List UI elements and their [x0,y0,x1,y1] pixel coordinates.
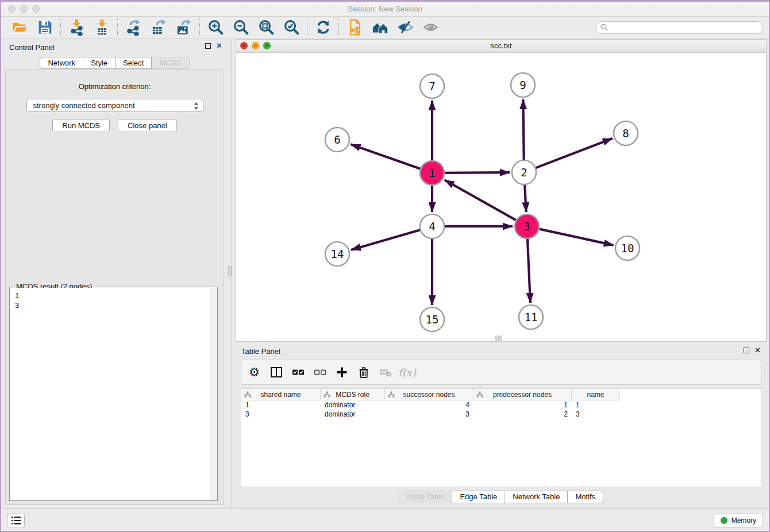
cell-predecessor-nodes[interactable]: 1 [473,400,572,410]
network-maximize-button[interactable]: + [263,42,271,49]
search-input[interactable] [608,24,758,32]
export-table-button[interactable] [146,18,171,37]
network-close-button[interactable]: ✕ [240,42,248,49]
graph-node-3[interactable]: 3 [515,214,539,238]
network-resize-grip[interactable] [495,336,502,341]
table-tab-node-table[interactable]: Node Table [399,491,453,503]
table-toolbar: ⚙ f(x) [241,360,761,385]
splitter-grip[interactable] [228,266,232,276]
graph-edge-2-8[interactable] [536,138,613,168]
graph-node-15[interactable]: 15 [420,307,444,331]
graph-edge-1-6[interactable] [351,144,421,168]
close-table-panel-icon[interactable]: ✕ [754,348,761,353]
export-image-button[interactable] [171,18,197,37]
panel-splitter[interactable] [228,39,232,508]
toolbar-separator [199,19,200,36]
maximize-window-button[interactable] [32,5,40,13]
tab-style[interactable]: Style [83,57,116,69]
zoom-fit-button[interactable] [253,18,279,37]
graph-node-7[interactable]: 7 [420,74,444,98]
clone-network-button[interactable] [342,18,367,37]
tab-select[interactable]: Select [116,57,152,69]
cell-successor-nodes[interactable]: 3 [385,410,473,419]
memory-button[interactable]: Memory [714,514,763,527]
save-session-button[interactable] [32,18,57,37]
close-panel-button[interactable]: Close panel [118,119,177,132]
table-tab-network-table[interactable]: Network Table [505,491,568,503]
import-table-button[interactable] [89,18,114,37]
dropdown-stepper-icon [194,102,199,112]
tab-mcds[interactable]: MCDS [152,57,189,69]
cell-shared-name[interactable]: 3 [241,410,321,419]
graph-edge-3-10[interactable] [539,229,613,245]
table-tab-edge-table[interactable]: Edge Table [452,491,505,503]
first-neighbors-button[interactable] [367,18,392,37]
select-all-button[interactable] [291,366,305,379]
column-header-successor-nodes[interactable]: successor nodes [385,389,473,400]
table-row[interactable]: 1dominator411 [241,400,761,410]
tab-network[interactable]: Network [40,57,83,69]
graph-node-8[interactable]: 8 [614,121,638,145]
refresh-layout-icon [315,19,332,36]
criterion-dropdown-value: strongly connected component [33,101,135,110]
task-history-button[interactable] [7,514,25,527]
float-panel-icon[interactable] [205,43,211,49]
close-window-button[interactable] [8,5,16,13]
cell-predecessor-nodes[interactable]: 2 [473,410,572,419]
table-options-button[interactable]: ⚙ [248,366,261,379]
cell-mcds-role[interactable]: dominator [321,400,385,410]
criterion-dropdown[interactable]: strongly connected component [26,99,203,112]
cell-mcds-role[interactable]: dominator [321,410,385,419]
graph-node-4[interactable]: 4 [420,214,444,238]
result-item[interactable]: 1 [15,291,205,300]
zoom-in-button[interactable] [203,18,228,37]
graph-node-14[interactable]: 14 [325,242,349,266]
column-header-mcds-role[interactable]: MCDS role [321,389,385,400]
open-file-button[interactable] [7,18,32,37]
graph-node-6[interactable]: 6 [325,128,349,152]
hide-graphics-details-button[interactable] [392,18,418,37]
show-graphics-details-button[interactable] [418,18,443,37]
column-header-shared-name[interactable]: shared name [241,389,321,400]
table-row[interactable]: 3dominator323 [241,410,761,419]
table-header-row: shared nameMCDS rolesuccessor nodesprede… [241,389,761,400]
cell-shared-name[interactable]: 1 [241,400,321,410]
result-list-scrollbar[interactable] [210,288,217,500]
result-item[interactable]: 3 [15,300,205,310]
graph-node-9[interactable]: 9 [511,73,535,97]
cell-successor-nodes[interactable]: 4 [385,400,473,410]
cell-name[interactable]: 1 [572,400,620,410]
run-mcds-button[interactable]: Run MCDS [52,119,110,132]
add-row-button[interactable] [335,366,348,379]
graph-edge-2-9[interactable] [523,99,523,160]
export-network-button[interactable] [121,18,146,37]
apply-layout-button[interactable] [310,18,336,37]
graph-edge-1-2[interactable] [445,172,510,173]
table-panel-title: Table Panel [241,347,280,356]
graph-edge-3-1[interactable] [445,180,516,220]
network-minimize-button[interactable]: − [252,42,259,49]
graph-edge-4-14[interactable] [351,230,420,250]
zoom-selected-button[interactable] [279,18,304,37]
graph-node-10[interactable]: 10 [615,236,640,260]
column-header-name[interactable]: name [572,389,620,400]
clone-network-icon [346,19,363,36]
graph-node-1[interactable]: 1 [420,161,444,185]
graph-edge-3-11[interactable] [528,239,530,303]
import-network-button[interactable] [64,18,89,37]
table-tab-motifs[interactable]: Motifs [568,491,603,503]
minimize-window-button[interactable] [20,5,28,13]
cell-name[interactable]: 3 [572,410,620,419]
delete-row-button[interactable] [357,366,370,379]
zoom-out-button[interactable] [228,18,253,37]
split-panel-button[interactable] [270,366,283,379]
search-field[interactable] [595,21,763,34]
close-panel-icon[interactable]: ✕ [216,43,222,49]
column-header-predecessor-nodes[interactable]: predecessor nodes [473,389,572,400]
network-canvas[interactable]: 7968124314101511 [236,53,766,341]
deselect-all-button[interactable] [313,366,326,379]
float-table-panel-icon[interactable] [744,348,749,353]
graph-node-11[interactable]: 11 [519,305,543,329]
graph-node-2[interactable]: 2 [512,160,536,184]
graph-edge-2-3[interactable] [525,185,526,212]
